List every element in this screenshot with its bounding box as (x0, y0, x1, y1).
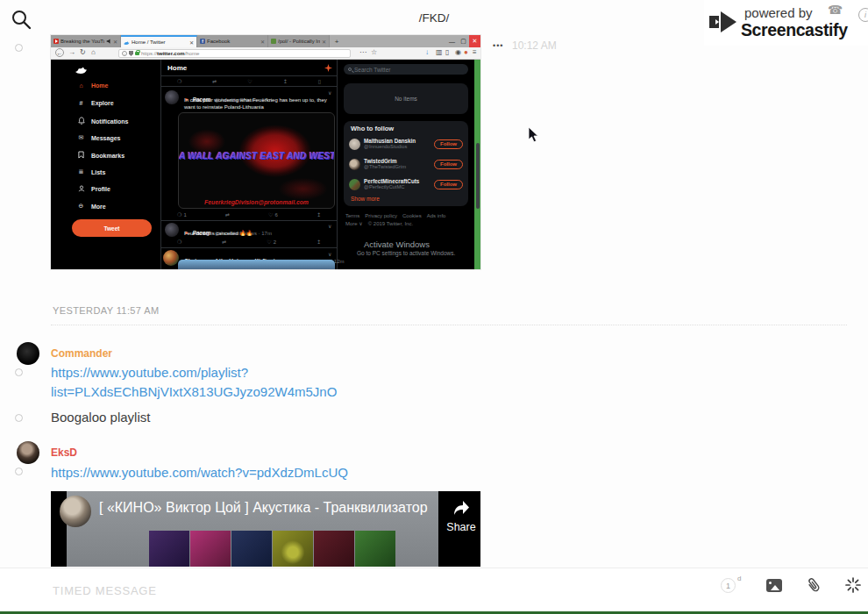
lock-icon (135, 52, 139, 55)
paperclip-icon[interactable] (802, 575, 825, 598)
search-icon (348, 68, 352, 71)
image-attach-button[interactable] (766, 579, 782, 592)
avatar (349, 139, 360, 150)
follow-button: Follow (434, 139, 463, 149)
screencastify-watermark: powered by Screencastify ☎ i (704, 0, 868, 46)
follow-suggestion: PerfectMinecraftCuts@PerfectlyCutMC Foll… (349, 175, 463, 194)
tweet-image-title: A WALL AGAINST EAST AND WEST (179, 151, 334, 161)
avatar[interactable] (17, 441, 39, 464)
who-to-follow-card: Who to follow Malthusian Danskin@Innuend… (344, 121, 468, 206)
tracking-shield-icon (129, 51, 133, 56)
screenshot-attachment[interactable]: Breaking the YouTuber's C... ✕ Home / Tw… (51, 35, 480, 269)
like-icon: ♡ (247, 78, 252, 84)
channel-avatar (60, 496, 91, 527)
follow-button: Follow (434, 180, 463, 189)
show-more-link: Show more (351, 196, 380, 202)
bookmark-star-icon: ☆ (371, 48, 377, 56)
4chan-favicon (271, 39, 276, 44)
timeline-header: Home (167, 64, 187, 72)
youtube-favicon (53, 39, 59, 44)
twitter-page: ⌂Home #Explore Notifications ✉Messages B… (51, 60, 480, 269)
tweet-action-row: ❍ ⇄ ♡ ↥ ▯ (161, 76, 337, 87)
thumbnail-tile (314, 531, 354, 567)
sparkle-icon (324, 64, 332, 72)
library-icon: ▥ (436, 48, 443, 56)
thumbnail-tile (273, 531, 313, 567)
share-button[interactable]: Share (442, 521, 480, 533)
share-icon: ↥ (283, 78, 288, 84)
twitter-favicon (124, 39, 130, 46)
youtube-playlist-link[interactable]: https://www.youtube.com/playlist? list=P… (51, 363, 337, 402)
chevron-down-icon: ∨ (328, 89, 331, 96)
twitter-search-box: Search Twitter (344, 64, 468, 75)
address-bar: i https://twitter.com/home (118, 49, 351, 58)
stats-icon: ▯ (318, 78, 321, 84)
retweet-icon: ⇄ (222, 239, 226, 245)
back-icon: ← (55, 48, 64, 57)
share-arrow-icon[interactable] (452, 499, 471, 517)
chevron-down-icon: ∨ (328, 223, 331, 229)
follow-suggestion: TwistedGrim@TheTwistedGrim Follow (349, 154, 463, 174)
reload-icon: ↻ (80, 48, 86, 56)
activate-windows-text: Activate Windows (364, 239, 430, 249)
reply-icon: ❍ (177, 78, 181, 84)
window-minimize-icon: — (446, 35, 458, 47)
watermark-brand: Screencastify (741, 20, 848, 40)
tab-youtube: Breaking the YouTuber's C... ✕ (51, 35, 121, 47)
burst-icon[interactable] (845, 577, 861, 593)
speaker-icon (106, 39, 111, 44)
home-icon: ⌂ (91, 48, 96, 56)
sidebar-item-notifications: Notifications (77, 117, 128, 125)
sidebar-icon: ▯ (445, 48, 449, 56)
chat-message: Boogaloo playlist (51, 410, 150, 425)
message-timestamp: 10:12 AM (512, 39, 557, 52)
tweet-image: A WALL AGAINST EAST AND WEST FeuerkriegD… (178, 112, 335, 209)
who-to-follow-title: Who to follow (351, 125, 394, 132)
window-close-icon: ✕ (469, 35, 480, 47)
username: EksD (51, 446, 77, 459)
twitter-right-column: Search Twitter No items Who to follow Ma… (338, 60, 474, 269)
mouse-cursor (528, 126, 539, 143)
sidebar-item-more: ⊖More (77, 203, 106, 210)
thumbnail-tile (231, 531, 272, 567)
browser-nav-bar: ← → ↻ ⌂ i https://twitter.com/home ⋯ ☆ ↓… (51, 47, 480, 60)
timer-unit: d (737, 575, 741, 582)
tweet-image-caption: FeuerkriegDivision@protonmail.com (179, 199, 334, 205)
tab-twitter: Home / Twitter ✕ (121, 35, 197, 47)
tab-4chan: /pol/ - Politically Incorrect - 4... ✕ (268, 35, 330, 47)
message-menu-button[interactable]: ••• (493, 41, 503, 50)
reply-icon: ❍ (177, 239, 181, 245)
youtube-video-link[interactable]: https://www.youtube.com/watch?v=pdXdzDmL… (51, 463, 348, 482)
retweet-icon: ⇄ (212, 78, 217, 84)
tweet-text: Feuerkrieg is cancelled 🔥🔥 (184, 231, 330, 238)
username: Commander (51, 347, 112, 360)
timed-message-button[interactable]: 1 (721, 578, 736, 593)
tweet-action-row: ❍1 ⇄ ♡6 ↥ (177, 211, 321, 218)
download-icon: ↓ (425, 48, 429, 56)
photo-icon (771, 585, 779, 590)
window-maximize-icon: ▢ (458, 35, 469, 47)
menu-icon: ≡ (473, 48, 477, 56)
sidebar-item-lists: ≣Lists (77, 168, 105, 175)
message-input[interactable] (51, 581, 542, 600)
thumbnail-tile (355, 531, 395, 567)
sidebar-item-profile: Profile (77, 185, 110, 193)
youtube-embed[interactable]: [ «КИНО» Виктор Цой ] Акустика - Транкви… (51, 491, 480, 567)
pocket-icon: ● (464, 48, 468, 56)
browser-tab-bar: Breaking the YouTuber's C... ✕ Home / Tw… (51, 35, 480, 47)
twitter-timeline: Home ❍ ⇄ ♡ ↥ ▯ ⚑ Pacem @Assadi (160, 60, 338, 269)
tweet-button: Tweet (72, 219, 152, 237)
scrollbar-thumb (476, 143, 480, 209)
tab-close-icon: ✕ (189, 39, 194, 46)
message-status-ring (15, 44, 23, 52)
green-edge-strip (474, 60, 480, 269)
account-icon: ◉ (455, 48, 461, 56)
facebook-favicon: f (200, 39, 205, 44)
share-icon: ↥ (317, 211, 321, 218)
like-icon: ♡ (267, 239, 271, 245)
screencastify-logo-icon (708, 8, 739, 36)
avatar[interactable] (17, 342, 39, 365)
thumbnail-tile (149, 531, 189, 567)
twitter-logo-icon (75, 64, 88, 75)
tab-close-icon: ✕ (260, 39, 265, 45)
